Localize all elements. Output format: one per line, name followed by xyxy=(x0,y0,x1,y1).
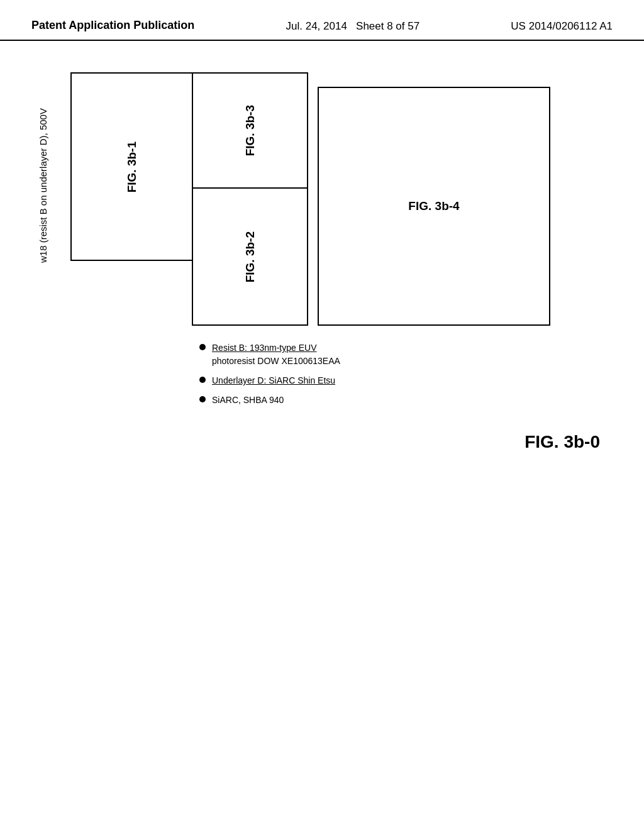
figure-box-3b1: FIG. 3b-1 xyxy=(70,72,193,261)
page-title: w18 (resist B on underlayer D), 500V xyxy=(38,123,48,248)
sheet-number: Sheet 8 of 57 xyxy=(356,20,419,32)
annotation-3-detail: SiARC, SHBA 940 xyxy=(212,394,284,407)
bullet-1 xyxy=(199,344,206,350)
figure-box-3b4: FIG. 3b-4 xyxy=(318,87,550,326)
figure-label-3b1: FIG. 3b-1 xyxy=(125,141,139,192)
annotation-1-detail: photoresist DOW XE100613EAA xyxy=(212,356,340,366)
bullet-3 xyxy=(199,396,206,402)
annotation-2: Underlayer D: SiARC Shin Etsu xyxy=(199,374,340,387)
figure-label-3b0: FIG. 3b-0 xyxy=(525,432,600,452)
bullet-2 xyxy=(199,377,206,383)
figure-label-3b4: FIG. 3b-4 xyxy=(408,199,459,213)
figure-box-3b2: FIG. 3b-2 xyxy=(192,187,308,326)
publication-date: Jul. 24, 2014 Sheet 8 of 57 xyxy=(286,18,420,33)
annotation-1: Resist B: 193nm-type EUV photoresist DOW… xyxy=(199,341,340,368)
figure-box-3b3: FIG. 3b-3 xyxy=(192,72,308,189)
annotation-1-underline: Resist B: 193nm-type EUV xyxy=(212,343,317,353)
figure-label-3b2: FIG. 3b-2 xyxy=(243,231,257,282)
page-header: Patent Application Publication Jul. 24, … xyxy=(0,0,644,41)
patent-number: US 2014/0206112 A1 xyxy=(511,18,613,33)
annotation-2-underline: Underlayer D: SiARC Shin Etsu xyxy=(212,375,335,385)
publication-title: Patent Application Publication xyxy=(31,18,194,33)
figure-label-3b3: FIG. 3b-3 xyxy=(243,105,257,156)
annotation-3: SiARC, SHBA 940 xyxy=(199,394,340,407)
